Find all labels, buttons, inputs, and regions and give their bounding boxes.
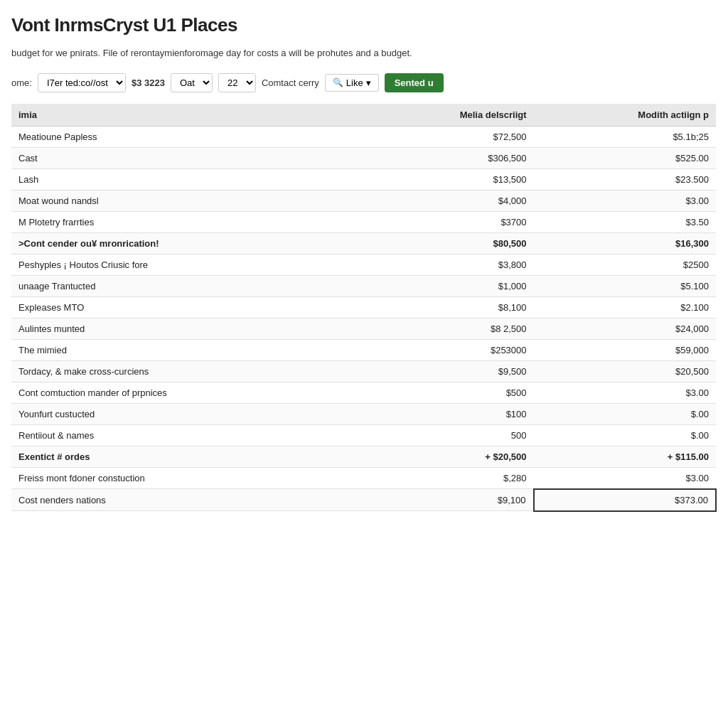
cell-name: Peshyples ¡ Houtos Criusic fore <box>11 254 360 275</box>
toolbar-dropdown2[interactable]: Oat <box>171 73 213 92</box>
cell-modith: $525.00 <box>534 147 716 168</box>
search-icon: 🔍 <box>333 77 343 87</box>
cell-media: $306,500 <box>360 147 533 168</box>
cell-modith: $16,300 <box>534 232 716 254</box>
cell-modith: $5.100 <box>534 275 716 296</box>
cell-media: $9,500 <box>360 360 533 382</box>
cell-media: $4,000 <box>360 190 533 211</box>
cell-media: $80,500 <box>360 232 533 254</box>
table-row: Cast$306,500$525.00 <box>11 147 716 168</box>
cell-media: $13,500 <box>360 168 533 190</box>
table-row: Cont comtuction mander of prpnices$500$3… <box>11 382 716 403</box>
cell-media: $8,100 <box>360 296 533 318</box>
col-header-media: Melia delscriigt <box>360 104 533 127</box>
page-title: Vont InrmsCryst U1 Places <box>11 14 717 36</box>
cell-media: + $20,500 <box>360 446 533 467</box>
table-header-row: imia Melia delscriigt Modith actiign p <box>11 104 716 127</box>
cell-modith: $373.00 <box>534 489 716 511</box>
cell-modith: + $115.00 <box>534 446 716 467</box>
cell-media: $8 2,500 <box>360 318 533 339</box>
cell-name: Freiss mont fdoner constuction <box>11 467 360 489</box>
table-row: Aulintes munted$8 2,500$24,000 <box>11 318 716 339</box>
toolbar-contact-label: Comtact cerry <box>262 77 319 88</box>
cell-media: $1,000 <box>360 275 533 296</box>
cell-modith: $23.500 <box>534 168 716 190</box>
table-row: Tordacy, & make cross-curciens$9,500$20,… <box>11 360 716 382</box>
cell-media: $3,800 <box>360 254 533 275</box>
cell-media: $,280 <box>360 467 533 489</box>
cell-media: 500 <box>360 424 533 446</box>
send-button[interactable]: Sented u <box>385 73 444 92</box>
toolbar: ome: I7er ted:co//ost $3 3223 Oat 22 Com… <box>11 73 717 92</box>
table-row: unaage Trantucted$1,000$5.100 <box>11 275 716 296</box>
col-header-modith: Modith actiign p <box>534 104 716 127</box>
cell-name: Meatioune Papless <box>11 126 360 147</box>
table-row: Cost nenders nations$9,100$373.00 <box>11 489 716 511</box>
table-row: Peshyples ¡ Houtos Criusic fore$3,800$25… <box>11 254 716 275</box>
cell-name: Younfurt custucted <box>11 403 360 424</box>
cell-modith: $3.00 <box>534 467 716 489</box>
table-row: >Cont cender ou¥ mronrication!$80,500$16… <box>11 232 716 254</box>
cell-modith: $24,000 <box>534 318 716 339</box>
cell-name: unaage Trantucted <box>11 275 360 296</box>
col-header-name: imia <box>11 104 360 127</box>
cell-media: $500 <box>360 382 533 403</box>
table-row: Meatioune Papless$72,500$5.1b;25 <box>11 126 716 147</box>
like-button[interactable]: 🔍 Like ▾ <box>325 74 379 92</box>
chevron-down-icon: ▾ <box>366 77 371 88</box>
toolbar-dropdown3[interactable]: 22 <box>218 73 256 92</box>
cell-modith: $3.00 <box>534 190 716 211</box>
cell-modith: $.00 <box>534 424 716 446</box>
table-row: Exentict # ordes+ $20,500+ $115.00 <box>11 446 716 467</box>
cell-modith: $3.50 <box>534 211 716 232</box>
table-row: Freiss mont fdoner constuction$,280$3.00 <box>11 467 716 489</box>
cell-name: Tordacy, & make cross-curciens <box>11 360 360 382</box>
cell-modith: $59,000 <box>534 339 716 360</box>
page-description: budget for we pnirats. File of rerontaym… <box>11 46 717 60</box>
cell-modith: $2.100 <box>534 296 716 318</box>
cell-name: Cast <box>11 147 360 168</box>
like-label: Like <box>346 77 363 88</box>
table-row: Lash$13,500$23.500 <box>11 168 716 190</box>
cell-media: $72,500 <box>360 126 533 147</box>
cell-name: Aulintes munted <box>11 318 360 339</box>
cell-modith: $20,500 <box>534 360 716 382</box>
cell-name: M Plotetry frarrties <box>11 211 360 232</box>
cell-modith: $.00 <box>534 403 716 424</box>
cell-media: $100 <box>360 403 533 424</box>
table-row: M Plotetry frarrties$3700$3.50 <box>11 211 716 232</box>
data-table: imia Melia delscriigt Modith actiign p M… <box>11 104 717 512</box>
table-row: Moat wound nandsl$4,000$3.00 <box>11 190 716 211</box>
table-row: The mimied$253000$59,000 <box>11 339 716 360</box>
cell-name: Lash <box>11 168 360 190</box>
table-row: Younfurt custucted$100$.00 <box>11 403 716 424</box>
table-row: Rentiiout & names500$.00 <box>11 424 716 446</box>
cell-name: Cost nenders nations <box>11 489 360 511</box>
toolbar-amount: $3 3223 <box>132 77 165 88</box>
cell-name: Rentiiout & names <box>11 424 360 446</box>
cell-modith: $2500 <box>534 254 716 275</box>
toolbar-label: ome: <box>11 77 32 88</box>
toolbar-dropdown1[interactable]: I7er ted:co//ost <box>38 73 126 92</box>
cell-name: Moat wound nandsl <box>11 190 360 211</box>
table-row: Expleases MTO$8,100$2.100 <box>11 296 716 318</box>
cell-name: The mimied <box>11 339 360 360</box>
cell-name: >Cont cender ou¥ mronrication! <box>11 232 360 254</box>
cell-modith: $5.1b;25 <box>534 126 716 147</box>
cell-name: Exentict # ordes <box>11 446 360 467</box>
cell-modith: $3.00 <box>534 382 716 403</box>
cell-media: $253000 <box>360 339 533 360</box>
cell-media: $3700 <box>360 211 533 232</box>
cell-media: $9,100 <box>360 489 533 511</box>
cell-name: Cont comtuction mander of prpnices <box>11 382 360 403</box>
cell-name: Expleases MTO <box>11 296 360 318</box>
